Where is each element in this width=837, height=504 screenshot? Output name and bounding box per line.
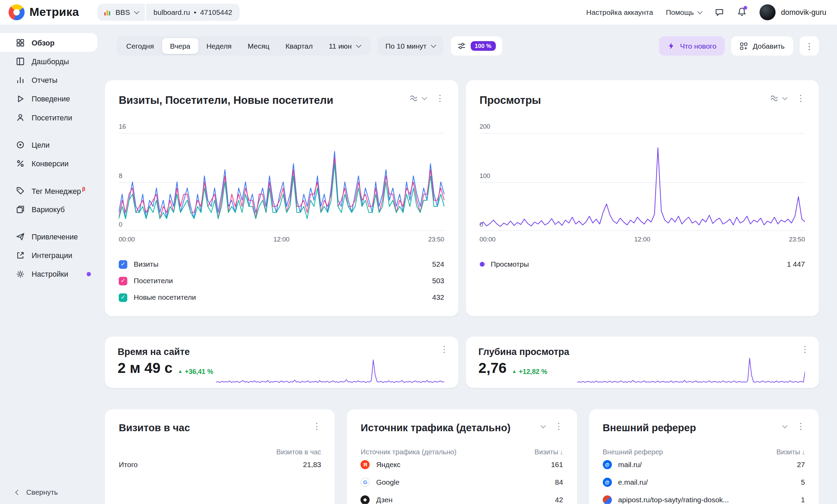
person-icon (16, 113, 25, 122)
counter-icon (104, 9, 111, 16)
time-on-site-sparkline (216, 356, 444, 384)
date-picker[interactable]: 11 июн (321, 42, 368, 50)
beta-badge: β (82, 186, 85, 192)
table-row[interactable]: apipost.ru/top-sayty/rating-dosok... 1 (603, 491, 805, 504)
sort-column[interactable]: Визиты↓ (535, 448, 563, 456)
counter-name: BBS (116, 8, 130, 16)
sidebar-item-behavior[interactable]: Поведение (0, 89, 97, 108)
counter-dropdown[interactable]: BBS (97, 4, 145, 21)
sort-down-icon: ↓ (560, 448, 563, 456)
period-tab-month[interactable]: Месяц (240, 38, 278, 54)
counter-id: 47105442 (200, 8, 232, 16)
lightning-icon (668, 42, 675, 50)
filter-bar: Сегодня Вчера Неделя Месяц Квартал 11 ию… (117, 36, 819, 56)
table-row[interactable]: Итого 21,83 (119, 456, 321, 473)
paper-plane-icon (16, 232, 25, 241)
collapse-sidebar-button[interactable]: Свернуть (16, 488, 58, 496)
depth-value: 2,76 (479, 360, 507, 377)
sidebar-item-variocube[interactable]: Вариокуб (0, 200, 97, 218)
views-line-chart (480, 133, 805, 231)
notifications-bell[interactable] (737, 7, 747, 18)
counter-separator: • (194, 8, 196, 16)
card-menu-button[interactable]: ⋮ (436, 94, 444, 103)
period-segmented-control: Сегодня Вчера Неделя Месяц Квартал 11 ию… (117, 36, 370, 56)
target-icon (16, 140, 25, 149)
time-on-site-card: Время на сайте 2 м 49 с ▲+36,41 % ⋮ (105, 337, 458, 388)
top-bar-right: Настройка аккаунта Помощь domovik-guru (586, 4, 826, 20)
card-menu-button[interactable]: ⋮ (555, 422, 563, 431)
sliders-icon (457, 42, 466, 50)
visits-legend: ✓ Визиты 524 ✓ Посетители 503 ✓ Новые по… (119, 256, 444, 306)
sidebar-item-goals[interactable]: Цели (0, 135, 97, 154)
sampling-control[interactable]: 100 % (451, 36, 502, 56)
sort-column[interactable]: Визиты↓ (776, 448, 805, 456)
depth-delta: ▲+12,82 % (512, 368, 547, 375)
help-menu[interactable]: Помощь (666, 8, 702, 16)
visitors-checkbox[interactable]: ✓ (119, 277, 127, 285)
chevron-down-icon (422, 95, 427, 100)
chart-type-dropdown[interactable] (410, 95, 426, 102)
visits-card: Визиты, Посетители, Новые посетители ⋮ 1… (105, 80, 458, 316)
gear-icon (16, 269, 25, 278)
sidebar: Обзор Дашборды Отчеты Поведение Посетите… (0, 24, 97, 504)
period-tab-today[interactable]: Сегодня (118, 38, 162, 54)
table-row[interactable]: Я Яндекс 161 (361, 456, 563, 473)
more-options-button[interactable]: ⋮ (800, 36, 819, 56)
up-triangle-icon: ▲ (178, 369, 183, 374)
add-widget-button[interactable]: Добавить (731, 36, 793, 56)
whats-new-button[interactable]: Что нового (659, 36, 725, 56)
period-tab-yesterday[interactable]: Вчера (162, 38, 199, 54)
card-menu-button[interactable]: ⋮ (796, 94, 805, 103)
filter-actions: Что нового Добавить ⋮ (659, 36, 819, 56)
overview-grid-icon (16, 38, 25, 47)
new-visitors-checkbox[interactable]: ✓ (119, 293, 127, 302)
depth-sparkline (577, 356, 805, 384)
card-menu-button[interactable]: ⋮ (312, 422, 321, 431)
card-menu-button[interactable]: ⋮ (796, 422, 805, 431)
sidebar-item-tag-manager[interactable]: Тег Менеджерβ (0, 181, 97, 200)
sidebar-item-reports[interactable]: Отчеты (0, 70, 97, 89)
dimension-dropdown[interactable] (783, 425, 787, 427)
user-menu[interactable]: domovik-guru (760, 4, 826, 20)
tag-icon (16, 186, 25, 195)
table-row[interactable]: @ e.mail.ru/ 5 (603, 473, 805, 491)
chevron-down-icon (697, 9, 702, 14)
settings-notification-dot (87, 272, 91, 276)
card-menu-button[interactable]: ⋮ (440, 345, 449, 354)
visits-chart: 16 8 0 (119, 133, 444, 231)
sidebar-item-conversions[interactable]: Конверсии (0, 154, 97, 172)
period-tab-quarter[interactable]: Квартал (277, 38, 321, 54)
username: domovik-guru (781, 8, 826, 17)
sidebar-item-integrations[interactable]: Интеграции (0, 246, 97, 265)
depth-card: Глубина просмотра 2,76 ▲+12,82 % ⋮ (465, 337, 819, 388)
table-row[interactable]: G Google 84 (361, 473, 563, 491)
card-menu-button[interactable]: ⋮ (801, 345, 809, 354)
granularity-dropdown[interactable]: По 10 минут (377, 36, 443, 56)
chat-icon[interactable] (715, 8, 724, 17)
chevron-down-icon (782, 423, 787, 428)
sort-down-icon: ↓ (802, 448, 805, 456)
reports-icon (16, 76, 25, 84)
sidebar-item-visitors[interactable]: Посетители (0, 108, 97, 127)
table-row[interactable]: Дзен 42 (361, 491, 563, 504)
metrika-logo[interactable]: Метрика (9, 4, 97, 20)
sidebar-item-acquisition[interactable]: Привлечение (0, 227, 97, 246)
counter-info[interactable]: bulboard.ru • 47105442 (145, 4, 240, 21)
account-settings-link[interactable]: Настройка аккаунта (586, 8, 653, 16)
dimension-dropdown[interactable] (541, 425, 545, 427)
table-row[interactable]: @ mail.ru/ 27 (603, 456, 805, 473)
views-dot (480, 262, 484, 267)
sidebar-item-overview[interactable]: Обзор (0, 33, 97, 52)
chart-type-dropdown[interactable] (770, 95, 787, 102)
add-widget-icon (740, 42, 748, 50)
sidebar-item-settings[interactable]: Настройки (0, 265, 97, 283)
dashboards-icon (16, 57, 25, 66)
sidebar-item-dashboards[interactable]: Дашборды (0, 52, 97, 70)
metrika-logo-icon (9, 4, 25, 20)
apipost-favicon (603, 495, 612, 504)
period-tab-week[interactable]: Неделя (198, 38, 239, 54)
sampling-badge: 100 % (470, 41, 496, 51)
mailru-favicon: @ (603, 478, 612, 487)
metrika-dashboard: Метрика BBS bulboard.ru • 47105442 Настр… (0, 0, 837, 504)
visits-checkbox[interactable]: ✓ (119, 260, 127, 269)
